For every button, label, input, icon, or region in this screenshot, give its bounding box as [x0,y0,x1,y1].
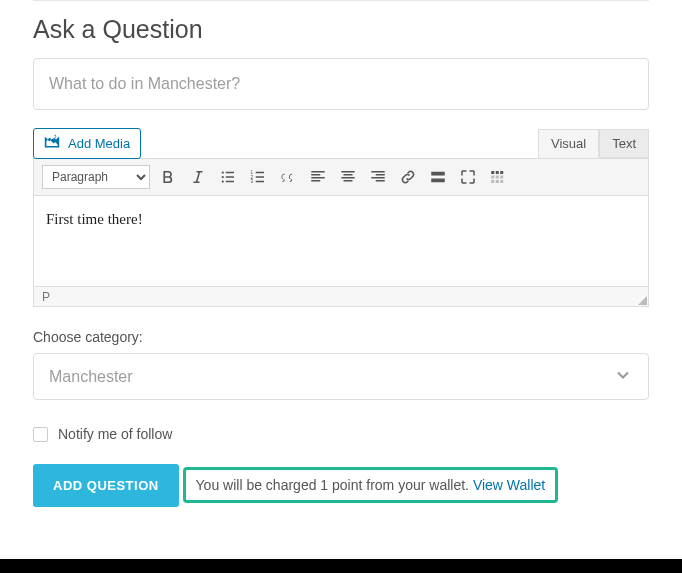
svg-rect-11 [500,176,503,179]
add-media-label: Add Media [68,136,130,151]
category-label: Choose category: [33,329,649,345]
wallet-charge-notice: You will be charged 1 point from your wa… [183,467,559,503]
footer-bar [0,559,682,573]
svg-point-0 [222,171,224,173]
editor-toolbar: Paragraph 123 [34,159,648,196]
category-selected-value: Manchester [49,368,133,386]
svg-rect-8 [500,171,503,174]
bullet-list-button[interactable] [216,165,240,189]
svg-text:3: 3 [251,179,254,184]
chevron-down-icon [613,365,633,389]
svg-rect-10 [496,176,499,179]
media-icon [44,134,60,153]
editor-status-bar: P [34,286,648,306]
svg-point-2 [222,180,224,182]
format-select[interactable]: Paragraph [42,165,150,189]
editor-element-path: P [42,290,50,304]
fullscreen-button[interactable] [456,165,480,189]
tab-visual[interactable]: Visual [538,129,599,158]
svg-rect-6 [491,171,494,174]
svg-rect-7 [496,171,499,174]
svg-rect-13 [496,180,499,183]
numbered-list-button[interactable]: 123 [246,165,270,189]
view-wallet-link[interactable]: View Wallet [473,477,545,493]
svg-rect-12 [491,180,494,183]
editor-mode-tabs: Visual Text [538,129,649,158]
align-left-button[interactable] [306,165,330,189]
toolbar-toggle-button[interactable] [486,165,510,189]
italic-button[interactable] [186,165,210,189]
page-title: Ask a Question [33,15,649,44]
category-select[interactable]: Manchester [33,353,649,400]
wallet-notice-text: You will be charged 1 point from your wa… [196,477,473,493]
add-media-button[interactable]: Add Media [33,128,141,159]
notify-checkbox[interactable] [33,427,48,442]
svg-point-1 [222,176,224,178]
link-button[interactable] [396,165,420,189]
svg-rect-9 [491,176,494,179]
align-center-button[interactable] [336,165,360,189]
resize-handle-icon[interactable] [638,296,647,305]
read-more-button[interactable] [426,165,450,189]
editor-content-area[interactable]: First time there! [34,196,648,286]
align-right-button[interactable] [366,165,390,189]
bold-button[interactable] [156,165,180,189]
blockquote-button[interactable] [276,165,300,189]
rich-text-editor: Paragraph 123 [33,158,649,307]
question-title-input[interactable] [33,58,649,110]
notify-label[interactable]: Notify me of follow [58,426,172,442]
add-question-button[interactable]: ADD QUESTION [33,464,179,507]
tab-text[interactable]: Text [599,129,649,158]
svg-rect-14 [500,180,503,183]
